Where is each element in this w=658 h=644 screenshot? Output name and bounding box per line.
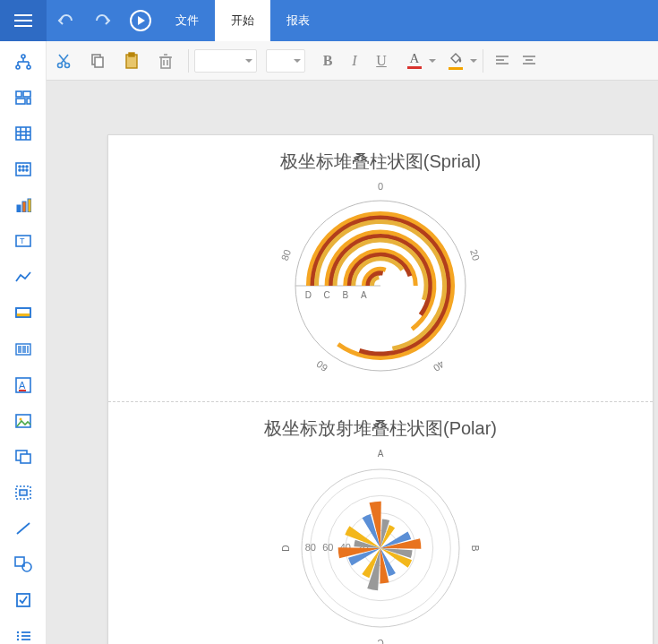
underline-button[interactable]: U (368, 47, 395, 74)
svg-point-10 (27, 65, 30, 69)
svg-text:A: A (378, 450, 384, 459)
svg-point-22 (22, 166, 24, 167)
italic-button[interactable]: I (341, 47, 368, 74)
svg-rect-13 (16, 99, 25, 104)
delete-button[interactable] (149, 44, 183, 78)
svg-text:T: T (20, 236, 25, 245)
hierarchy-icon[interactable] (13, 54, 34, 70)
tab-report[interactable]: 报表 (270, 0, 326, 41)
svg-text:60: 60 (314, 358, 329, 374)
fill-color-swatch (449, 67, 463, 70)
svg-text:A: A (361, 290, 367, 300)
svg-text:40: 40 (432, 358, 447, 374)
tab-start[interactable]: 开始 (215, 0, 270, 41)
chart-polar-block[interactable]: 极坐标放射堆叠柱状图(Polar) 20406080ABCD (108, 402, 653, 644)
svg-rect-65 (95, 57, 103, 67)
svg-rect-53 (17, 594, 30, 606)
chevron-down-icon (429, 59, 436, 63)
bucket-icon (449, 52, 462, 66)
svg-text:80: 80 (279, 248, 293, 262)
format-toolbar: B I U A (0, 41, 658, 81)
svg-rect-15 (16, 127, 30, 140)
richtext-icon[interactable]: A (13, 377, 34, 393)
font-color-button[interactable]: A (402, 52, 436, 69)
side-tool-strip: T A (0, 41, 47, 644)
redo-button[interactable] (84, 0, 122, 41)
paste-button[interactable] (115, 44, 149, 78)
svg-text:C: C (323, 290, 329, 300)
chart-spiral: 020406080ABCD (108, 183, 653, 389)
chevron-down-icon (245, 59, 252, 63)
svg-text:80: 80 (305, 542, 316, 553)
svg-point-9 (16, 65, 20, 69)
svg-rect-11 (16, 91, 21, 97)
font-color-swatch (407, 66, 422, 69)
line-chart-icon[interactable] (13, 269, 34, 285)
cut-button[interactable] (47, 44, 81, 78)
svg-point-52 (22, 562, 31, 571)
align-left-button[interactable] (489, 47, 516, 74)
font-family-dropdown[interactable] (194, 49, 257, 73)
svg-point-24 (19, 169, 21, 171)
align-center-button[interactable] (516, 47, 543, 74)
line-tool-icon[interactable] (13, 520, 34, 537)
svg-rect-47 (21, 454, 30, 463)
textbox-icon[interactable]: T (13, 233, 34, 249)
subreport-icon[interactable] (13, 449, 34, 465)
fill-color-button[interactable] (443, 52, 477, 70)
undo-button[interactable] (47, 0, 84, 41)
design-canvas[interactable]: 极坐标堆叠柱状图(Sprial) 020406080ABCD 极坐标放射堆叠柱状… (47, 81, 658, 644)
svg-point-4 (21, 55, 25, 58)
container-icon[interactable] (13, 485, 34, 501)
svg-rect-29 (28, 199, 31, 212)
chart-title-polar: 极坐标放射堆叠柱状图(Polar) (108, 416, 653, 441)
svg-line-50 (17, 523, 30, 534)
matrix-icon[interactable] (13, 161, 34, 177)
chart-spiral-block[interactable]: 极坐标堆叠柱状图(Sprial) 020406080ABCD (108, 135, 653, 402)
svg-text:A: A (19, 380, 26, 391)
chart-polar: 20406080ABCD (108, 450, 653, 644)
svg-text:B: B (342, 290, 348, 300)
svg-rect-27 (17, 205, 21, 212)
tab-file[interactable]: 文件 (159, 0, 215, 41)
svg-point-23 (26, 166, 28, 167)
svg-rect-67 (129, 53, 134, 56)
svg-text:20: 20 (468, 248, 482, 262)
table-icon[interactable] (13, 125, 34, 142)
svg-point-54 (16, 631, 18, 633)
run-preview-button[interactable] (122, 0, 159, 41)
dashboard-grid-icon[interactable] (13, 90, 34, 106)
svg-rect-14 (27, 99, 30, 104)
hamburger-menu[interactable] (0, 0, 47, 41)
svg-rect-49 (20, 490, 27, 495)
svg-text:D: D (305, 290, 312, 300)
picture-icon[interactable] (13, 413, 34, 429)
bold-button[interactable]: B (314, 47, 341, 74)
checkbox-icon[interactable] (13, 592, 34, 608)
font-size-dropdown[interactable] (266, 49, 305, 73)
svg-point-58 (16, 639, 18, 640)
image-placeholder-icon[interactable] (13, 305, 34, 321)
svg-rect-68 (161, 57, 170, 68)
svg-rect-12 (23, 91, 30, 97)
report-page[interactable]: 极坐标堆叠柱状图(Sprial) 020406080ABCD 极坐标放射堆叠柱状… (107, 134, 654, 644)
svg-text:D: D (281, 545, 291, 551)
menu-bar: 文件 开始 报表 (0, 0, 658, 41)
svg-text:C: C (377, 638, 383, 644)
chart-title-spiral: 极坐标堆叠柱状图(Sprial) (108, 150, 653, 174)
svg-point-26 (26, 169, 28, 171)
svg-point-56 (16, 635, 18, 637)
list-icon[interactable] (13, 628, 34, 644)
svg-text:B: B (470, 545, 480, 552)
chevron-down-icon (294, 59, 301, 63)
svg-point-21 (19, 166, 21, 167)
barcode-icon[interactable] (13, 341, 34, 357)
shape-tool-icon[interactable] (13, 556, 34, 572)
font-color-glyph: A (410, 52, 420, 65)
chevron-down-icon (470, 59, 477, 63)
svg-rect-28 (22, 202, 26, 212)
copy-button[interactable] (81, 44, 115, 78)
svg-point-25 (22, 169, 24, 171)
bar-chart-icon[interactable] (13, 197, 34, 213)
svg-text:60: 60 (322, 542, 333, 553)
